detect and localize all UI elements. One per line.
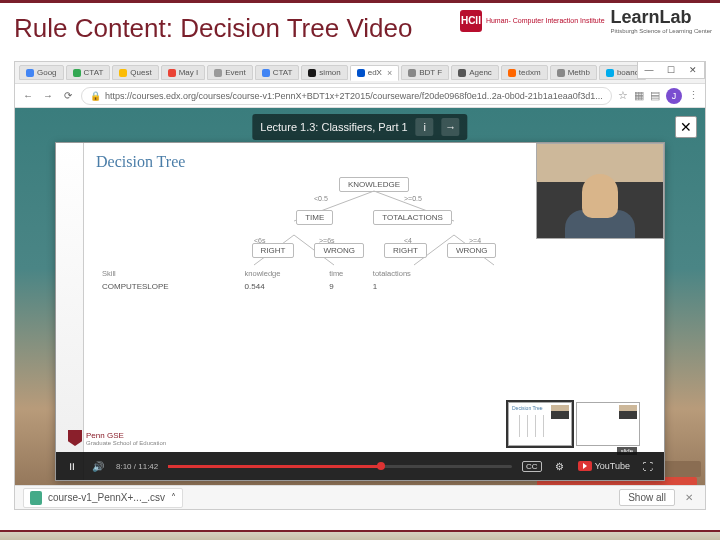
tab-strip: Goog CTAT Quest May I Event CTAT simon e…: [15, 62, 705, 84]
penn-gse-logo: Penn GSE Graduate School of Education: [68, 430, 166, 446]
window-minimize-button[interactable]: —: [638, 62, 660, 78]
video-player: Decision Tree KNOWLEDGE <0.5 >=0.5: [55, 142, 665, 481]
tree-node-root: KNOWLEDGE: [339, 177, 409, 192]
favicon-icon: [606, 69, 614, 77]
toolbar: ← → ⟳ 🔒 https://courses.edx.org/courses/…: [15, 84, 705, 108]
favicon-icon: [73, 69, 81, 77]
browser-tab[interactable]: tedxm: [501, 65, 548, 80]
time-display: 8:10 / 11:42: [116, 462, 158, 471]
favicon-icon: [557, 69, 565, 77]
lesson-close-button[interactable]: ✕: [675, 116, 697, 138]
learnlab-sub: Pittsburgh Science of Learning Center: [611, 28, 712, 34]
browser-tab[interactable]: simon: [301, 65, 347, 80]
hcii-badge-icon: HCII: [460, 10, 482, 32]
youtube-icon: [578, 461, 592, 471]
learnlab-logo: LearnLab Pittsburgh Science of Learning …: [611, 7, 712, 34]
table-header: totalactions: [369, 268, 456, 279]
tab-label: boanc: [617, 68, 639, 77]
video-controls: ⏸ 🔊 8:10 / 11:42 CC ⚙ YouTube ⛶: [56, 452, 664, 480]
tab-label: Goog: [37, 68, 57, 77]
tree-node: TIME: [296, 210, 333, 225]
favicon-icon: [357, 69, 365, 77]
tab-label: edX: [368, 68, 382, 77]
table-cell: 9: [325, 281, 367, 292]
tab-label: Agenc: [469, 68, 492, 77]
penn-sub: Graduate School of Education: [86, 440, 166, 446]
favicon-icon: [408, 69, 416, 77]
downloads-bar: course-v1_PennX+..._.csv ˄ Show all ✕: [15, 485, 705, 509]
penn-name: Penn GSE: [86, 431, 166, 440]
table-header: knowledge: [241, 268, 324, 279]
edge-label: <0.5: [314, 195, 328, 202]
slide-thumbnails: Decision Tree slide: [508, 402, 640, 446]
tab-close-icon[interactable]: ×: [387, 68, 392, 78]
address-bar[interactable]: 🔒 https://courses.edx.org/courses/course…: [81, 87, 612, 105]
window-close-button[interactable]: ✕: [682, 62, 704, 78]
slide-thumb[interactable]: slide: [576, 402, 640, 446]
learnlab-wordmark: LearnLab: [611, 7, 712, 28]
browser-tab[interactable]: CTAT: [66, 65, 111, 80]
fullscreen-button[interactable]: ⛶: [640, 461, 656, 472]
favicon-icon: [26, 69, 34, 77]
lesson-info-button[interactable]: i: [416, 118, 434, 136]
extension-icon[interactable]: ▤: [650, 89, 660, 102]
tab-label: BDT F: [419, 68, 442, 77]
lesson-header: Lecture 1.3: Classifiers, Part 1 i →: [252, 114, 467, 140]
table-header: time: [325, 268, 367, 279]
slide-thumb[interactable]: Decision Tree: [508, 402, 572, 446]
favicon-icon: [119, 69, 127, 77]
file-icon: [30, 491, 42, 505]
lesson-next-button[interactable]: →: [442, 118, 460, 136]
download-item[interactable]: course-v1_PennX+..._.csv ˄: [23, 488, 183, 508]
browser-tab[interactable]: Methb: [550, 65, 597, 80]
watch-on-youtube[interactable]: YouTube: [578, 461, 630, 471]
tree-node: TOTALACTIONS: [373, 210, 452, 225]
browser-tab[interactable]: CTAT: [255, 65, 300, 80]
download-filename: course-v1_PennX+..._.csv: [48, 492, 165, 503]
tab-label: CTAT: [84, 68, 104, 77]
browser-tab[interactable]: Event: [207, 65, 252, 80]
forward-button[interactable]: →: [41, 90, 55, 101]
table-cell: 1: [369, 281, 456, 292]
window-controls: — ☐ ✕: [637, 61, 705, 79]
pause-button[interactable]: ⏸: [64, 461, 80, 472]
kebab-menu-icon[interactable]: ⋮: [688, 89, 699, 102]
close-downloads-bar[interactable]: ✕: [681, 492, 697, 503]
browser-tab[interactable]: Agenc: [451, 65, 499, 80]
lock-icon: 🔒: [90, 91, 101, 101]
profile-avatar[interactable]: J: [666, 88, 682, 104]
tab-label: Quest: [130, 68, 151, 77]
table-row: COMPUTESLOPE 0.544 9 1: [98, 281, 455, 292]
browser-tab[interactable]: BDT F: [401, 65, 449, 80]
show-all-downloads-button[interactable]: Show all: [619, 489, 675, 506]
seek-bar[interactable]: [168, 465, 512, 468]
volume-button[interactable]: 🔊: [90, 461, 106, 472]
back-button[interactable]: ←: [21, 90, 35, 101]
tab-label: simon: [319, 68, 340, 77]
tab-label: tedxm: [519, 68, 541, 77]
browser-tab[interactable]: Quest: [112, 65, 158, 80]
table-cell: 0.544: [241, 281, 324, 292]
chevron-up-icon[interactable]: ˄: [171, 492, 176, 503]
edge-label: >=0.5: [404, 195, 422, 202]
favicon-icon: [308, 69, 316, 77]
thumb-lecturer-icon: [619, 405, 637, 419]
seek-fill: [168, 465, 381, 468]
slide-footer-stripe: [0, 530, 720, 540]
tree-leaf: RIGHT: [252, 243, 295, 258]
table-cell: COMPUTESLOPE: [98, 281, 239, 292]
seek-handle[interactable]: [377, 462, 385, 470]
browser-tab[interactable]: edX×: [350, 65, 400, 81]
browser-tab[interactable]: Goog: [19, 65, 64, 80]
reload-button[interactable]: ⟳: [61, 90, 75, 101]
window-maximize-button[interactable]: ☐: [660, 62, 682, 78]
favicon-icon: [262, 69, 270, 77]
favicon-icon: [168, 69, 176, 77]
thumb-title: Decision Tree: [512, 405, 543, 411]
star-icon[interactable]: ☆: [618, 89, 628, 102]
hcii-logo: HCII Human- Computer Interaction Institu…: [460, 10, 605, 32]
browser-tab[interactable]: May I: [161, 65, 206, 80]
extension-icon[interactable]: ▦: [634, 89, 644, 102]
settings-gear-icon[interactable]: ⚙: [552, 461, 568, 472]
captions-button[interactable]: CC: [522, 461, 542, 472]
